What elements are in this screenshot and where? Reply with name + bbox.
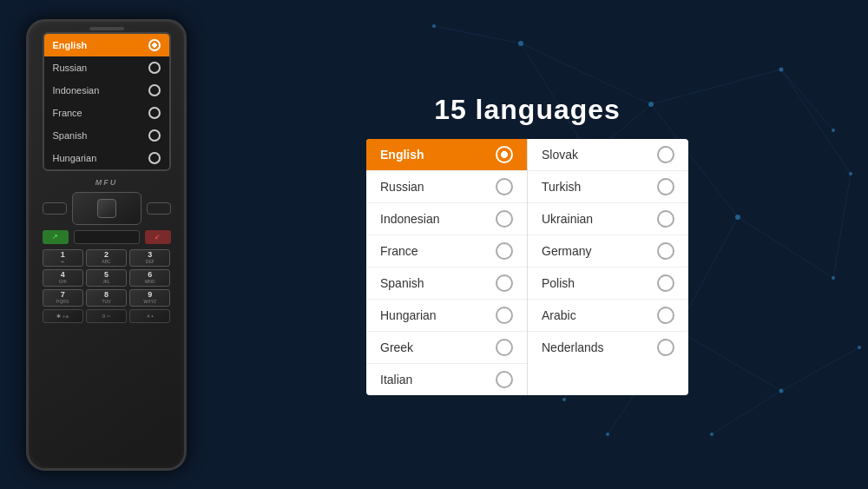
lang-item-nederlands[interactable]: Nederlands: [528, 332, 688, 363]
lang-item-russian[interactable]: Russian: [366, 171, 527, 203]
phone-key-4: 4GHI: [43, 269, 83, 287]
lang-radio-indonesian: [496, 210, 513, 228]
language-col-1: English Russian Indonesian France Spanis…: [366, 139, 528, 395]
lang-radio-slovak: [657, 146, 674, 163]
phone-brand-label: MFU: [95, 178, 118, 187]
lang-name-france: France: [380, 244, 496, 258]
phone-key-6: 6MNO: [129, 269, 170, 287]
lang-item-polish[interactable]: Polish: [528, 268, 688, 300]
lang-item-france[interactable]: France: [366, 235, 527, 268]
phone-left-btn: [43, 202, 67, 215]
phone-speaker: [74, 230, 140, 244]
lang-name-italian: Italian: [380, 373, 496, 387]
lang-name-turkish: Turkish: [542, 180, 657, 194]
lang-name-greek: Greek: [380, 340, 496, 354]
lang-radio-nederlands: [657, 339, 674, 356]
lang-name-indonesian: Indonesian: [380, 212, 496, 226]
phone-screen: English Russian Indonesian France Spanis…: [43, 32, 171, 171]
lang-name-english: English: [380, 148, 496, 162]
phone-radio-english: [148, 39, 161, 51]
lang-radio-france: [496, 242, 513, 260]
lang-name-polish: Polish: [542, 276, 657, 290]
phone-end-btn: ↙: [145, 230, 171, 244]
lang-name-spanish: Spanish: [380, 276, 496, 290]
phone-screen-item-english: English: [44, 34, 169, 56]
lang-item-spanish[interactable]: Spanish: [366, 268, 527, 300]
lang-item-english[interactable]: English: [366, 139, 527, 171]
phone-screen-item-russian: Russian: [44, 56, 169, 79]
lang-radio-ukrainian: [657, 210, 674, 228]
phone-key-1: 1▪▪: [43, 249, 83, 267]
phone-right-btn: [147, 202, 171, 215]
lang-item-italian[interactable]: Italian: [366, 364, 527, 395]
lang-radio-turkish: [657, 178, 674, 195]
phone-nav-center: [72, 192, 141, 225]
lang-name-arabic: Arabic: [542, 308, 657, 322]
phone-screen-item-spanish: Spanish: [44, 124, 169, 147]
phone-mockup: English Russian Indonesian France Spanis…: [26, 19, 187, 471]
language-grid: English Russian Indonesian France Spanis…: [366, 139, 688, 395]
lang-name-germany: Germany: [542, 244, 657, 258]
phone-hash-key: # ▪: [129, 309, 170, 323]
phone-screen-item-france: France: [44, 102, 169, 124]
phone-key-8: 8TUV: [86, 289, 127, 307]
lang-radio-arabic: [657, 307, 674, 324]
phone-nav-row: [43, 192, 171, 225]
lang-radio-polish: [657, 274, 674, 292]
phone-call-btn: ↗: [43, 230, 69, 244]
lang-name-hungarian: Hungarian: [380, 308, 496, 322]
lang-radio-italian: [496, 371, 513, 388]
phone-bottom-row: ✱ +a 0 ▫▫ # ▪: [43, 309, 171, 323]
phone-keypad: 1▪▪ 2ABC 3DEF 4GHI 5JKL 6MNO 7PQRS 8TUV …: [43, 249, 171, 307]
phone-star-key: ✱ +a: [43, 309, 83, 323]
lang-item-arabic[interactable]: Arabic: [528, 300, 688, 332]
lang-radio-spanish: [496, 274, 513, 292]
phone-screen-item-indonesian: Indonesian: [44, 79, 169, 102]
lang-item-hungarian[interactable]: Hungarian: [366, 300, 527, 332]
lang-item-ukrainian[interactable]: Ukrainian: [528, 203, 688, 235]
lang-radio-greek: [496, 339, 513, 356]
language-col-2: Slovak Turkish Ukrainian Germany Polish: [528, 139, 688, 395]
lang-item-turkish[interactable]: Turkish: [528, 171, 688, 203]
phone-key-9: 9WXYZ: [129, 289, 170, 307]
phone-call-row: ↗ ↙: [43, 230, 171, 244]
lang-name-nederlands: Nederlands: [542, 340, 657, 354]
lang-radio-germany: [657, 242, 674, 260]
lang-item-greek[interactable]: Greek: [366, 332, 527, 364]
lang-radio-russian: [496, 178, 513, 195]
lang-item-indonesian[interactable]: Indonesian: [366, 203, 527, 235]
lang-radio-hungarian: [496, 307, 513, 324]
lang-item-slovak[interactable]: Slovak: [528, 139, 688, 171]
lang-name-ukrainian: Ukrainian: [542, 212, 657, 226]
phone-screen-item-hungarian: Hungarian: [44, 147, 169, 169]
right-content: 15 languages English Russian Indonesian: [213, 17, 842, 472]
page-title: 15 languages: [434, 94, 621, 126]
phone-key-5: 5JKL: [86, 269, 127, 287]
phone-nav-inner: [97, 199, 116, 218]
phone-zero-key: 0 ▫▫: [86, 309, 127, 323]
lang-name-slovak: Slovak: [542, 148, 657, 162]
phone-key-7: 7PQRS: [43, 289, 83, 307]
lang-name-russian: Russian: [380, 180, 496, 194]
phone-key-2: 2ABC: [86, 249, 127, 267]
lang-radio-english: [496, 146, 513, 163]
phone-key-3: 3DEF: [129, 249, 170, 267]
phone-screen-label: English: [53, 40, 88, 50]
lang-item-germany[interactable]: Germany: [528, 235, 688, 268]
